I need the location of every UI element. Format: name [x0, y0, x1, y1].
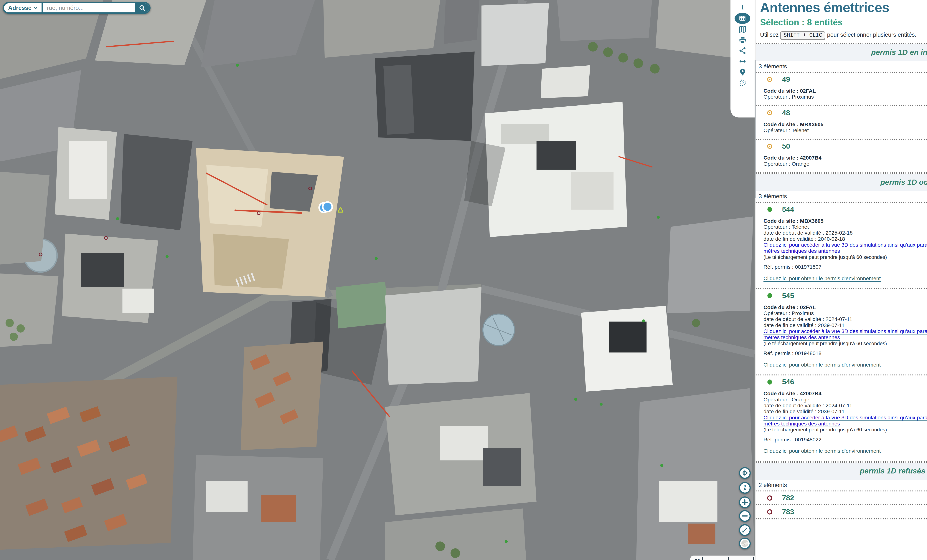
entity-id: 544 — [782, 205, 927, 214]
search-category-select[interactable]: Adresse — [4, 3, 43, 12]
detail-line: date de fin de validité : 2039-07-11 — [763, 322, 927, 328]
address-search-bar: Adresse — [3, 2, 151, 14]
detail-line: Code du site : 42007B4 — [763, 155, 927, 161]
detail-line: Opérateur : Telenet — [763, 224, 927, 230]
status-green-dot-icon — [766, 292, 773, 299]
svg-text:?: ? — [742, 81, 744, 85]
svg-text:i: i — [742, 4, 743, 11]
environment-permit-link[interactable]: Cliquez ici pour obtenir le permis d'env… — [763, 275, 881, 281]
entity-row-49[interactable]: 49 — [755, 73, 927, 86]
entity-row-48[interactable]: 48 — [755, 106, 927, 119]
spacer — [763, 346, 927, 350]
detail-line: date de début de validité : 2024-07-11 — [763, 402, 927, 408]
entity-details-49: Code du site : 02FALOpérateur : Proximus — [755, 86, 927, 105]
map-marker-green-dot[interactable] — [573, 397, 578, 402]
entity-details-48: Code du site : MBX3605Opérateur : Telene… — [755, 119, 927, 139]
entity-row-782[interactable]: 782 — [755, 492, 927, 504]
map-marker-red-ring[interactable] — [256, 211, 261, 216]
toolbar-print-icon[interactable] — [734, 35, 751, 46]
toolbar-swipe-arrows-icon[interactable] — [734, 56, 751, 67]
spacer — [763, 260, 927, 264]
section-count-row: 3 éléments — [755, 61, 927, 72]
detail-line: Réf. permis : 001948022 — [763, 437, 927, 443]
map-marker-red-ring[interactable] — [308, 186, 313, 191]
entity-row-545[interactable]: 545 — [755, 289, 927, 302]
map-marker-green-dot[interactable] — [115, 216, 120, 221]
entity-row-544[interactable]: 544 — [755, 203, 927, 216]
section-count-row: 3 éléments — [755, 191, 927, 202]
status-green-dot-icon — [766, 379, 773, 385]
search-input[interactable] — [43, 3, 135, 12]
toolbar-identify-area-icon[interactable]: ? — [734, 77, 751, 88]
map-marker-red-ring[interactable] — [103, 235, 108, 240]
toolbar-info-icon[interactable]: i — [734, 2, 751, 13]
map-marker-green-dot[interactable] — [165, 254, 169, 259]
entity-row-783[interactable]: 783 — [755, 505, 927, 518]
detail-line: Code du site : MBX3605 — [763, 121, 927, 127]
selection-count: Sélection : 8 entités — [760, 17, 927, 27]
kbd-shift-clic: SHIFT + CLIC — [780, 31, 825, 40]
environment-permit-link[interactable]: Cliquez ici pour obtenir le permis d'env… — [763, 362, 881, 368]
toolbar-share-icon[interactable] — [734, 46, 751, 56]
map-marker-triangle[interactable] — [337, 206, 343, 213]
environment-permit-link[interactable]: Cliquez ici pour obtenir le permis d'env… — [763, 448, 881, 454]
search-icon — [139, 5, 146, 11]
view-3d-simulations-link[interactable]: Cliquez ici pour accéder à la vue 3D des… — [763, 328, 927, 341]
detail-line: Réf. permis : 001948018 — [763, 350, 927, 356]
map-marker-red-ring[interactable] — [38, 252, 43, 257]
svg-text:N: N — [744, 484, 746, 487]
toolbar-location-pin-icon[interactable] — [734, 67, 751, 77]
entity-details-545: Code du site : 02FALOpérateur : Proximus… — [755, 302, 927, 375]
hint-prefix: Utilisez — [760, 32, 778, 38]
element-count: 3 éléments — [759, 193, 787, 200]
section-count-row: 2 éléments — [755, 480, 927, 490]
map-marker-green-dot[interactable] — [656, 215, 660, 219]
search-submit-button[interactable] — [135, 3, 149, 12]
status-red-ring-icon — [766, 508, 773, 515]
entity-id: 546 — [782, 378, 927, 386]
view-3d-simulations-link[interactable]: Cliquez ici pour accéder à la vue 3D des… — [763, 414, 927, 427]
map-marker-green-dot[interactable] — [599, 402, 603, 407]
detail-line: Code du site : MBX3605 — [763, 218, 927, 224]
entity-details-50: Code du site : 42007B4Opérateur : Orange — [755, 153, 927, 172]
detail-line: Réf. permis : 001971507 — [763, 264, 927, 270]
aerial-map[interactable]: Adresse N 50 m — [0, 0, 755, 560]
spacer — [763, 433, 927, 437]
entity-id: 782 — [782, 494, 927, 502]
map-marker-green-dot[interactable] — [641, 319, 646, 323]
section-header-2: permis 1D octroyés — [755, 174, 927, 191]
map-marker-green-dot[interactable] — [660, 463, 664, 468]
element-count: 3 éléments — [759, 63, 787, 70]
toolbar-data-table-icon[interactable] — [734, 13, 750, 24]
toolbar-map-icon[interactable] — [734, 24, 751, 35]
map-control-compass-north-icon[interactable]: N — [739, 482, 751, 494]
detail-line: date de début de validité : 2024-07-11 — [763, 316, 927, 322]
map-control-plus-icon[interactable] — [739, 496, 751, 508]
scale-tick — [702, 557, 703, 560]
panel-scrollbar[interactable] — [755, 0, 757, 560]
page-title: Antennes émettrices — [760, 0, 927, 15]
hint-suffix: pour sélectionner plusieurs entités. — [827, 32, 916, 38]
entity-details-546: Code du site : 42007B4Opérateur : Orange… — [755, 389, 927, 461]
map-control-minus-icon[interactable] — [739, 510, 751, 522]
map-marker-green-dot[interactable] — [235, 63, 240, 67]
app: Adresse N 50 m i? Antennes émettrices Sé… — [0, 0, 927, 560]
entity-id: 48 — [782, 109, 927, 117]
search-category-label: Adresse — [8, 5, 32, 11]
entity-row-50[interactable]: 50 — [755, 140, 927, 153]
status-orange-ring-dot-icon — [766, 76, 773, 83]
scale-tick — [728, 557, 729, 560]
scale-bar: 50 m — [690, 555, 755, 560]
map-control-diagonal-arrows-icon[interactable] — [739, 524, 751, 536]
map-control-geolocate-icon[interactable] — [739, 467, 751, 479]
panel-scrollbar-thumb[interactable] — [755, 61, 757, 198]
map-marker-green-dot[interactable] — [504, 539, 508, 544]
details-panel: Antennes émettrices Sélection : 8 entité… — [755, 0, 927, 560]
view-3d-simulations-link[interactable]: Cliquez ici pour accéder à la vue 3D des… — [763, 242, 927, 254]
aerial-imagery — [0, 0, 755, 560]
status-orange-ring-dot-icon — [766, 109, 773, 116]
map-marker-green-dot[interactable] — [374, 256, 378, 261]
entity-row-546[interactable]: 546 — [755, 375, 927, 389]
map-marker-selected[interactable] — [321, 200, 334, 213]
detail-line: Opérateur : Orange — [763, 161, 927, 167]
